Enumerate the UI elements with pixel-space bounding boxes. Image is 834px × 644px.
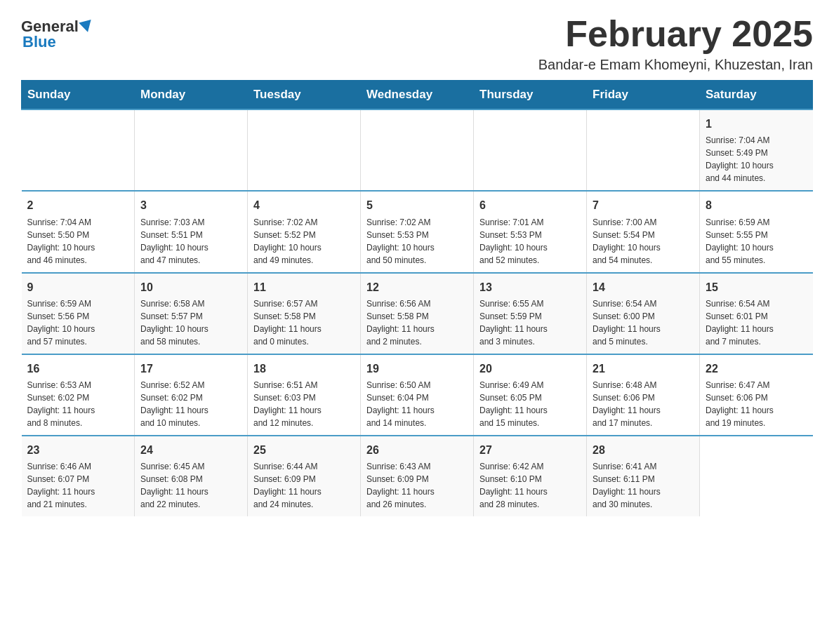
day-number: 2 <box>27 197 129 213</box>
calendar-cell: 13Sunrise: 6:55 AMSunset: 5:59 PMDayligh… <box>474 273 587 354</box>
calendar-cell: 19Sunrise: 6:50 AMSunset: 6:04 PMDayligh… <box>361 354 474 436</box>
day-number: 13 <box>479 279 581 295</box>
day-number: 22 <box>706 361 807 377</box>
calendar: SundayMondayTuesdayWednesdayThursdayFrid… <box>21 80 813 516</box>
day-info: Sunrise: 7:02 AMSunset: 5:53 PMDaylight:… <box>366 216 468 267</box>
logo-triangle-icon <box>79 20 94 34</box>
week-row-3: 9Sunrise: 6:59 AMSunset: 5:56 PMDaylight… <box>22 273 813 354</box>
day-info: Sunrise: 6:58 AMSunset: 5:57 PMDaylight:… <box>140 297 241 348</box>
calendar-cell: 2Sunrise: 7:04 AMSunset: 5:50 PMDaylight… <box>22 191 135 272</box>
calendar-cell: 1Sunrise: 7:04 AMSunset: 5:49 PMDaylight… <box>700 109 813 191</box>
calendar-cell: 12Sunrise: 6:56 AMSunset: 5:58 PMDayligh… <box>361 273 474 354</box>
day-info: Sunrise: 6:44 AMSunset: 6:09 PMDaylight:… <box>253 460 355 511</box>
calendar-cell: 21Sunrise: 6:48 AMSunset: 6:06 PMDayligh… <box>587 354 700 436</box>
day-number: 23 <box>27 442 129 458</box>
calendar-cell: 11Sunrise: 6:57 AMSunset: 5:58 PMDayligh… <box>248 273 361 354</box>
day-of-week-header-thursday: Thursday <box>474 81 587 110</box>
calendar-cell: 4Sunrise: 7:02 AMSunset: 5:52 PMDaylight… <box>248 191 361 272</box>
day-info: Sunrise: 6:50 AMSunset: 6:04 PMDaylight:… <box>366 379 468 429</box>
day-number: 28 <box>593 442 694 458</box>
calendar-cell <box>700 436 813 516</box>
day-number: 21 <box>593 361 694 377</box>
calendar-cell: 9Sunrise: 6:59 AMSunset: 5:56 PMDaylight… <box>22 273 135 354</box>
day-info: Sunrise: 6:53 AMSunset: 6:02 PMDaylight:… <box>27 379 129 429</box>
calendar-cell: 20Sunrise: 6:49 AMSunset: 6:05 PMDayligh… <box>474 354 587 436</box>
day-info: Sunrise: 7:01 AMSunset: 5:53 PMDaylight:… <box>479 216 581 267</box>
week-row-2: 2Sunrise: 7:04 AMSunset: 5:50 PMDaylight… <box>22 191 813 272</box>
day-of-week-header-sunday: Sunday <box>22 81 135 110</box>
day-info: Sunrise: 7:04 AMSunset: 5:49 PMDaylight:… <box>706 134 807 185</box>
calendar-cell: 8Sunrise: 6:59 AMSunset: 5:55 PMDaylight… <box>700 191 813 272</box>
calendar-cell: 14Sunrise: 6:54 AMSunset: 6:00 PMDayligh… <box>587 273 700 354</box>
calendar-cell <box>248 109 361 191</box>
day-number: 3 <box>140 197 241 213</box>
day-of-week-header-monday: Monday <box>135 81 248 110</box>
calendar-cell <box>474 109 587 191</box>
day-number: 15 <box>706 279 807 295</box>
day-info: Sunrise: 6:46 AMSunset: 6:07 PMDaylight:… <box>27 460 129 511</box>
day-info: Sunrise: 6:42 AMSunset: 6:10 PMDaylight:… <box>479 460 581 511</box>
calendar-cell: 15Sunrise: 6:54 AMSunset: 6:01 PMDayligh… <box>700 273 813 354</box>
day-number: 6 <box>479 197 581 213</box>
day-number: 8 <box>706 197 807 213</box>
day-of-week-header-tuesday: Tuesday <box>248 81 361 110</box>
day-info: Sunrise: 6:41 AMSunset: 6:11 PMDaylight:… <box>593 460 694 511</box>
day-info: Sunrise: 6:51 AMSunset: 6:03 PMDaylight:… <box>253 379 355 429</box>
day-number: 16 <box>27 361 129 377</box>
week-row-4: 16Sunrise: 6:53 AMSunset: 6:02 PMDayligh… <box>22 354 813 436</box>
day-number: 19 <box>366 361 468 377</box>
day-info: Sunrise: 6:59 AMSunset: 5:56 PMDaylight:… <box>27 297 129 348</box>
day-number: 26 <box>366 442 468 458</box>
calendar-cell: 6Sunrise: 7:01 AMSunset: 5:53 PMDaylight… <box>474 191 587 272</box>
calendar-cell: 27Sunrise: 6:42 AMSunset: 6:10 PMDayligh… <box>474 436 587 516</box>
calendar-cell: 24Sunrise: 6:45 AMSunset: 6:08 PMDayligh… <box>135 436 248 516</box>
day-info: Sunrise: 6:43 AMSunset: 6:09 PMDaylight:… <box>366 460 468 511</box>
calendar-cell: 10Sunrise: 6:58 AMSunset: 5:57 PMDayligh… <box>135 273 248 354</box>
day-number: 7 <box>593 197 694 213</box>
day-info: Sunrise: 6:48 AMSunset: 6:06 PMDaylight:… <box>593 379 694 429</box>
days-of-week-row: SundayMondayTuesdayWednesdayThursdayFrid… <box>22 81 813 110</box>
calendar-cell: 3Sunrise: 7:03 AMSunset: 5:51 PMDaylight… <box>135 191 248 272</box>
calendar-cell: 26Sunrise: 6:43 AMSunset: 6:09 PMDayligh… <box>361 436 474 516</box>
day-info: Sunrise: 6:52 AMSunset: 6:02 PMDaylight:… <box>140 379 241 429</box>
day-info: Sunrise: 7:00 AMSunset: 5:54 PMDaylight:… <box>593 216 694 267</box>
day-info: Sunrise: 7:03 AMSunset: 5:51 PMDaylight:… <box>140 216 241 267</box>
day-number: 10 <box>140 279 241 295</box>
calendar-body: 1Sunrise: 7:04 AMSunset: 5:49 PMDaylight… <box>22 109 813 516</box>
day-number: 14 <box>593 279 694 295</box>
day-number: 24 <box>140 442 241 458</box>
calendar-cell: 22Sunrise: 6:47 AMSunset: 6:06 PMDayligh… <box>700 354 813 436</box>
calendar-cell: 25Sunrise: 6:44 AMSunset: 6:09 PMDayligh… <box>248 436 361 516</box>
day-info: Sunrise: 6:57 AMSunset: 5:58 PMDaylight:… <box>253 297 355 348</box>
calendar-cell: 28Sunrise: 6:41 AMSunset: 6:11 PMDayligh… <box>587 436 700 516</box>
day-number: 20 <box>479 361 581 377</box>
logo-blue-text: Blue <box>22 33 56 51</box>
day-number: 1 <box>706 116 807 132</box>
day-number: 4 <box>253 197 355 213</box>
week-row-1: 1Sunrise: 7:04 AMSunset: 5:49 PMDaylight… <box>22 109 813 191</box>
calendar-cell <box>135 109 248 191</box>
calendar-cell <box>361 109 474 191</box>
calendar-cell <box>587 109 700 191</box>
day-number: 25 <box>253 442 355 458</box>
calendar-cell: 23Sunrise: 6:46 AMSunset: 6:07 PMDayligh… <box>22 436 135 516</box>
month-title: February 2025 <box>538 14 813 54</box>
day-number: 12 <box>366 279 468 295</box>
day-info: Sunrise: 6:55 AMSunset: 5:59 PMDaylight:… <box>479 297 581 348</box>
calendar-cell: 16Sunrise: 6:53 AMSunset: 6:02 PMDayligh… <box>22 354 135 436</box>
calendar-cell <box>22 109 135 191</box>
calendar-cell: 7Sunrise: 7:00 AMSunset: 5:54 PMDaylight… <box>587 191 700 272</box>
day-info: Sunrise: 7:04 AMSunset: 5:50 PMDaylight:… <box>27 216 129 267</box>
day-info: Sunrise: 7:02 AMSunset: 5:52 PMDaylight:… <box>253 216 355 267</box>
week-row-5: 23Sunrise: 6:46 AMSunset: 6:07 PMDayligh… <box>22 436 813 516</box>
day-info: Sunrise: 6:47 AMSunset: 6:06 PMDaylight:… <box>706 379 807 429</box>
calendar-cell: 18Sunrise: 6:51 AMSunset: 6:03 PMDayligh… <box>248 354 361 436</box>
day-info: Sunrise: 6:56 AMSunset: 5:58 PMDaylight:… <box>366 297 468 348</box>
location-title: Bandar-e Emam Khomeyni, Khuzestan, Iran <box>538 57 813 73</box>
logo: General Blue <box>21 14 94 51</box>
day-info: Sunrise: 6:54 AMSunset: 6:00 PMDaylight:… <box>593 297 694 348</box>
day-info: Sunrise: 6:54 AMSunset: 6:01 PMDaylight:… <box>706 297 807 348</box>
day-number: 27 <box>479 442 581 458</box>
day-info: Sunrise: 6:49 AMSunset: 6:05 PMDaylight:… <box>479 379 581 429</box>
day-number: 18 <box>253 361 355 377</box>
